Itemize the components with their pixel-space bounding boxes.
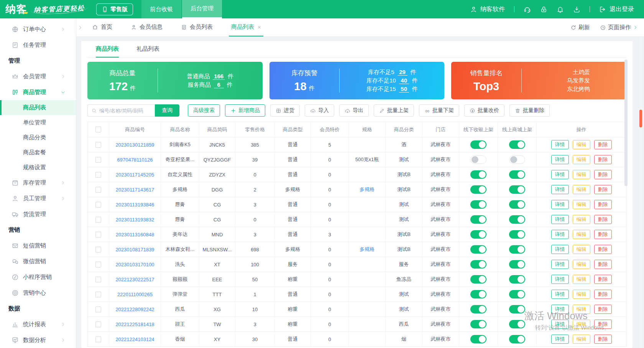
row-checkbox[interactable] bbox=[95, 157, 101, 163]
action-详情-button[interactable]: 详情 bbox=[551, 260, 569, 269]
row-checkbox[interactable] bbox=[95, 217, 101, 223]
action-详情-button[interactable]: 详情 bbox=[551, 335, 569, 344]
product-code-link[interactable]: 20230113193846 bbox=[116, 202, 154, 208]
offline-shelf-toggle[interactable] bbox=[470, 245, 486, 254]
offline-shelf-toggle[interactable] bbox=[470, 230, 486, 239]
product-code-link[interactable]: 20221230222517 bbox=[115, 277, 154, 282]
action-编辑-button[interactable]: 编辑 bbox=[573, 215, 590, 224]
product-code-link[interactable]: 20230113193832 bbox=[116, 217, 154, 223]
action-删除-button[interactable]: 删除 bbox=[594, 290, 612, 299]
stat-value[interactable]: 40 bbox=[399, 77, 409, 84]
online-shelf-toggle[interactable] bbox=[509, 185, 525, 194]
product-code-link[interactable]: 20230103170100 bbox=[115, 262, 154, 267]
online-shelf-toggle[interactable] bbox=[509, 230, 525, 239]
download-icon[interactable] bbox=[573, 6, 580, 13]
online-shelf-toggle[interactable] bbox=[509, 320, 525, 328]
action-编辑-button[interactable]: 编辑 bbox=[573, 185, 590, 194]
offline-shelf-toggle[interactable] bbox=[470, 290, 486, 299]
online-shelf-toggle[interactable] bbox=[509, 245, 525, 254]
online-shelf-toggle[interactable] bbox=[509, 155, 525, 164]
toolbar-button-批量改价[interactable]: 批量改价 bbox=[464, 104, 504, 117]
sidebar-collapse-toggle[interactable] bbox=[77, 25, 83, 30]
product-code-link[interactable]: 2220111000265 bbox=[117, 292, 153, 297]
offline-shelf-toggle[interactable] bbox=[470, 215, 486, 224]
sidebar-subitem-规格设置[interactable]: 规格设置 bbox=[0, 160, 76, 175]
action-编辑-button[interactable]: 编辑 bbox=[573, 140, 590, 149]
card-stat[interactable]: 服务商品6件 bbox=[188, 81, 233, 89]
toolbar-button-批量删除[interactable]: 批量删除 bbox=[509, 104, 550, 117]
card-stat[interactable]: 普通商品166件 bbox=[187, 73, 233, 80]
select-all-checkbox[interactable] bbox=[95, 127, 101, 132]
product-code-link[interactable]: 20221228092242 bbox=[115, 307, 154, 312]
sidebar-item-会员管理[interactable]: 会员管理 bbox=[0, 69, 76, 84]
online-shelf-toggle[interactable] bbox=[509, 170, 525, 179]
action-详情-button[interactable]: 详情 bbox=[551, 290, 569, 299]
logout-button[interactable]: 退出登录 bbox=[599, 5, 634, 13]
sidebar-item-商品管理[interactable]: 商品管理 bbox=[0, 84, 76, 100]
page-ops-button[interactable]: 页面操作 bbox=[600, 24, 638, 31]
action-编辑-button[interactable]: 编辑 bbox=[573, 305, 590, 314]
action-详情-button[interactable]: 详情 bbox=[551, 230, 569, 239]
action-编辑-button[interactable]: 编辑 bbox=[573, 170, 590, 179]
search-input[interactable] bbox=[99, 108, 151, 114]
online-shelf-toggle[interactable] bbox=[509, 200, 525, 209]
product-code-link[interactable]: 20230113160848 bbox=[116, 232, 154, 237]
row-checkbox[interactable] bbox=[95, 292, 101, 297]
row-checkbox[interactable] bbox=[95, 322, 101, 327]
offline-shelf-toggle[interactable] bbox=[470, 260, 486, 269]
product-code-link[interactable]: 20221224103124 bbox=[115, 336, 154, 342]
sidebar-item-任务管理[interactable]: 任务管理 bbox=[0, 37, 76, 53]
action-删除-button[interactable]: 删除 bbox=[594, 170, 612, 179]
offline-shelf-toggle[interactable] bbox=[470, 200, 486, 209]
action-详情-button[interactable]: 详情 bbox=[551, 245, 569, 254]
action-删除-button[interactable]: 删除 bbox=[594, 245, 612, 254]
row-checkbox[interactable] bbox=[95, 336, 101, 342]
product-code-link[interactable]: 20230117145205 bbox=[116, 172, 154, 178]
action-编辑-button[interactable]: 编辑 bbox=[573, 245, 590, 254]
row-checkbox[interactable] bbox=[95, 187, 101, 193]
sidebar-item-货流管理[interactable]: 货流管理 bbox=[0, 206, 76, 222]
spec-link[interactable]: 多规格 bbox=[360, 246, 375, 253]
offline-shelf-toggle[interactable] bbox=[470, 140, 486, 149]
table-scrollbar-thumb[interactable] bbox=[624, 59, 628, 186]
offline-shelf-toggle[interactable] bbox=[470, 275, 486, 284]
sidebar-item-微信营销[interactable]: 微信营销 bbox=[0, 254, 76, 269]
online-shelf-toggle[interactable] bbox=[509, 290, 525, 299]
headset-icon[interactable] bbox=[524, 6, 531, 13]
toolbar-button-批量下架[interactable]: ∞批量下架 bbox=[419, 104, 459, 117]
action-删除-button[interactable]: 删除 bbox=[594, 260, 612, 269]
offline-shelf-toggle[interactable] bbox=[470, 185, 486, 194]
action-编辑-button[interactable]: 编辑 bbox=[573, 335, 590, 344]
sidebar-subitem-商品列表[interactable]: 商品列表 bbox=[0, 100, 76, 115]
action-删除-button[interactable]: 删除 bbox=[594, 200, 612, 209]
action-编辑-button[interactable]: 编辑 bbox=[573, 290, 590, 299]
action-编辑-button[interactable]: 编辑 bbox=[573, 200, 590, 209]
card-stat[interactable]: 库存不足529件 bbox=[368, 69, 416, 76]
card-stat[interactable]: 库存不足1550件 bbox=[366, 86, 418, 93]
page-tab-商品列表[interactable]: 商品列表× bbox=[229, 18, 263, 36]
sidebar-item-订单中心[interactable]: 订单中心 bbox=[0, 21, 76, 37]
action-详情-button[interactable]: 详情 bbox=[551, 140, 569, 149]
row-checkbox[interactable] bbox=[95, 232, 101, 237]
toolbar-button-批量上架[interactable]: 批量上架 bbox=[374, 104, 414, 117]
spec-link[interactable]: 多规格 bbox=[360, 186, 375, 193]
action-详情-button[interactable]: 详情 bbox=[551, 170, 569, 179]
product-code-link[interactable]: 20230117143617 bbox=[116, 187, 154, 193]
header-nav-前台收银[interactable]: 前台收银 bbox=[141, 0, 181, 18]
product-code-link[interactable]: 20221225181418 bbox=[115, 322, 154, 327]
action-删除-button[interactable]: 删除 bbox=[594, 155, 612, 164]
sidebar-item-短信营销[interactable]: 短信营销 bbox=[0, 238, 76, 254]
page-tab-会员列表[interactable]: 会员列表 bbox=[179, 18, 215, 36]
sidebar-subitem-商品分类[interactable]: 商品分类 bbox=[0, 130, 76, 145]
row-checkbox[interactable] bbox=[95, 262, 101, 267]
action-编辑-button[interactable]: 编辑 bbox=[573, 260, 590, 269]
toolbar-button-导入[interactable]: 导入 bbox=[305, 104, 334, 117]
refresh-button[interactable]: 刷新 bbox=[570, 24, 590, 31]
sidebar-item-数据分析[interactable]: 数据分析 bbox=[0, 332, 76, 348]
action-删除-button[interactable]: 删除 bbox=[594, 230, 612, 239]
action-详情-button[interactable]: 详情 bbox=[551, 215, 569, 224]
row-checkbox[interactable] bbox=[95, 277, 101, 282]
page-tab-会员信息[interactable]: 会员信息 bbox=[128, 18, 165, 36]
action-删除-button[interactable]: 删除 bbox=[594, 320, 612, 329]
toolbar-button-导出[interactable]: 导出 bbox=[339, 104, 369, 117]
